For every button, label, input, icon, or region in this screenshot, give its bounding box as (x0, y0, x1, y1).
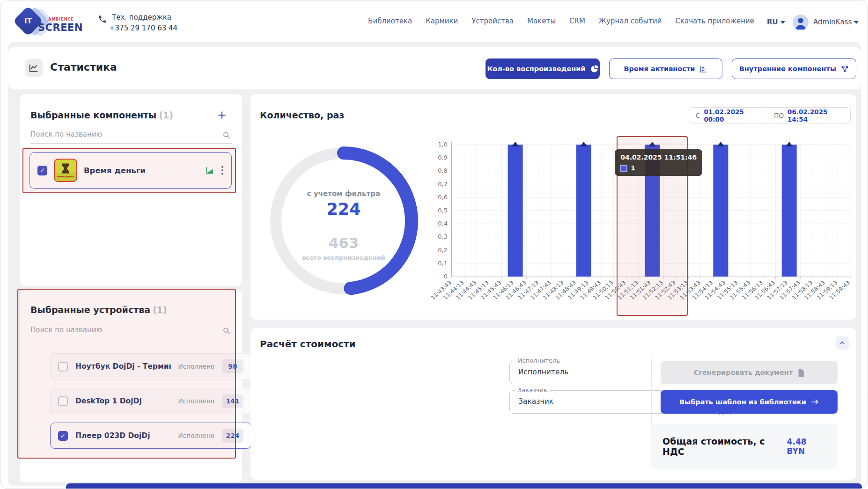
device-done-label: Исполнено (178, 397, 214, 405)
chevron-up-icon (839, 340, 846, 346)
performer-select-label: Исполнитель (515, 357, 562, 364)
svg-text:0,5: 0,5 (438, 207, 448, 214)
search-icon[interactable] (222, 327, 231, 335)
tooltip-value: 1 (631, 164, 635, 172)
total-cost-label: Общая стоимость, с НДС (662, 436, 787, 457)
device-count-badge: 141 (222, 394, 243, 408)
hourglass-icon (61, 163, 70, 175)
app-logo[interactable]: IT AMBIENCE SCREEN (14, 8, 84, 35)
device-row-2[interactable]: ✓Плеер 023D DojDjИсполнено224 (50, 423, 251, 449)
donut-total-value: 463 (266, 234, 421, 251)
title-band: Статистика Кол-во воспроизведений Время … (8, 47, 861, 89)
components-search (30, 130, 232, 144)
app-window: IT AMBIENCE SCREEN Тех. поддержка +375 2… (0, 0, 868, 489)
nav-item-2[interactable]: Устройства (471, 17, 514, 25)
add-component-icon[interactable] (216, 109, 228, 121)
donut-filtered-value: 224 (266, 200, 421, 219)
component-name: Время деньги (84, 166, 199, 175)
thumbnail-caption: ВРЕМЯ-ДЕНЬГИ (57, 175, 74, 178)
device-done-label: Исполнено (178, 432, 214, 439)
page-title: Статистика (50, 61, 117, 73)
nav-item-6[interactable]: Скачать приложение (676, 17, 755, 25)
main-nav: БиблиотекаКармикиУстройстваМакетыCRMЖурн… (389, 0, 754, 42)
generate-document-label: Сгенерировать документ (694, 369, 793, 376)
devices-search-input[interactable] (30, 326, 207, 334)
components-search-input[interactable] (30, 130, 207, 139)
devices-count: (1) (153, 305, 167, 315)
choose-template-button[interactable]: Выбрать шаблон из библиотеки (661, 390, 838, 414)
lang-caret-icon (780, 21, 785, 24)
stats-icon-box (25, 59, 43, 77)
svg-text:0,8: 0,8 (438, 167, 448, 174)
customer-select-label: Заказчик (515, 387, 550, 394)
components-panel: Выбранные компоненты (1) ✓ ВРЕМЯ-ДЕНЬГИ … (20, 94, 242, 286)
donut-chart (266, 144, 421, 298)
arrow-right-icon (811, 399, 819, 405)
date-to-value: 06.02.2025 14:54 (787, 108, 844, 123)
svg-text:0,4: 0,4 (438, 220, 448, 227)
total-cost-box: Общая стоимость, с НДС 4.48 BYN (651, 423, 838, 469)
nav-item-1[interactable]: Кармики (426, 17, 458, 25)
device-checkbox-2[interactable]: ✓ (58, 431, 68, 441)
customer-select-value: Заказчик (518, 397, 553, 406)
donut-filtered-label: с учетом фильтра (266, 190, 421, 198)
devices-search (30, 325, 232, 339)
component-menu-icon[interactable] (221, 165, 224, 175)
date-range-picker[interactable]: С 01.02.2025 00:00 ПО 06.02.2025 14:54 (689, 107, 851, 124)
svg-text:0: 0 (444, 273, 448, 280)
cost-panel: Расчёт стоимости Исполнитель Исполнитель… (250, 328, 856, 480)
device-count-badge: 98 (222, 359, 243, 373)
component-thumbnail: ВРЕМЯ-ДЕНЬГИ (54, 159, 77, 182)
user-avatar[interactable] (793, 15, 809, 30)
nav-item-3[interactable]: Макеты (527, 17, 556, 25)
device-row-0[interactable]: Ноутбук DojDj - Терминал...Исполнено98 (50, 353, 251, 380)
collapse-button[interactable] (836, 336, 849, 350)
support-phone[interactable]: +375 29 170 63 44 (109, 24, 177, 32)
tooltip-datetime: 04.02.2025 11:51:46 (620, 153, 697, 161)
generate-document-button[interactable]: Сгенерировать документ (661, 361, 838, 384)
component-item-row[interactable]: ✓ ВРЕМЯ-ДЕНЬГИ Время деньги (29, 152, 232, 189)
device-name: DeskTop 1 DojDj (75, 397, 171, 405)
svg-text:0,6: 0,6 (438, 194, 448, 201)
support-label: Тех. поддержка (112, 13, 171, 22)
device-row-1[interactable]: DeskTop 1 DojDjИсполнено141 (50, 388, 251, 414)
pie-chart-icon (590, 65, 598, 73)
person-icon (793, 15, 809, 30)
phone-icon (98, 15, 107, 24)
playbacks-count-button[interactable]: Кол-во воспроизведений (485, 58, 600, 79)
date-to-label: ПО (774, 112, 784, 119)
donut-divider (331, 229, 356, 229)
component-stats-icon[interactable] (205, 166, 214, 175)
device-checkbox-1[interactable] (58, 396, 68, 406)
svg-text:0,1: 0,1 (438, 260, 448, 267)
svg-text:1,0: 1,0 (438, 141, 448, 148)
device-count-badge: 224 (222, 429, 243, 443)
activity-time-label: Время активности (624, 65, 695, 73)
bar-chart-icon (699, 65, 707, 73)
device-name: Ноутбук DojDj - Терминал... (75, 362, 171, 371)
nav-item-0[interactable]: Библиотека (368, 17, 412, 25)
components-panel-title: Выбранные компоненты (30, 110, 156, 120)
document-icon (797, 369, 804, 377)
components-count: (1) (159, 110, 173, 120)
total-cost-value: 4.48 BYN (787, 437, 826, 456)
search-icon[interactable] (222, 131, 231, 139)
date-from-value: 01.02.2025 00:00 (704, 108, 760, 123)
nav-item-4[interactable]: CRM (569, 17, 585, 25)
nav-item-5[interactable]: Журнал событий (599, 17, 662, 25)
svg-text:0,7: 0,7 (438, 181, 448, 188)
component-checkbox[interactable]: ✓ (37, 166, 47, 175)
cost-title: Расчёт стоимости (260, 338, 356, 350)
svg-text:0,9: 0,9 (438, 154, 448, 161)
device-checkbox-0[interactable] (58, 362, 68, 372)
internal-components-button[interactable]: Внутренние компоненты (732, 58, 856, 79)
activity-time-button[interactable]: Время активности (609, 58, 722, 79)
lang-switcher[interactable]: RU (767, 18, 785, 26)
choose-template-label: Выбрать шаблон из библиотеки (679, 398, 806, 406)
chart-tooltip: 04.02.2025 11:51:46 1 (615, 149, 702, 176)
logo-screen-text: SCREEN (38, 22, 83, 33)
playbacks-count-label: Кол-во воспроизведений (487, 65, 585, 73)
user-menu[interactable]: AdminKass (813, 18, 859, 26)
line-chart-icon (29, 63, 39, 73)
donut-total-label: всего воспроизведений (266, 254, 421, 261)
